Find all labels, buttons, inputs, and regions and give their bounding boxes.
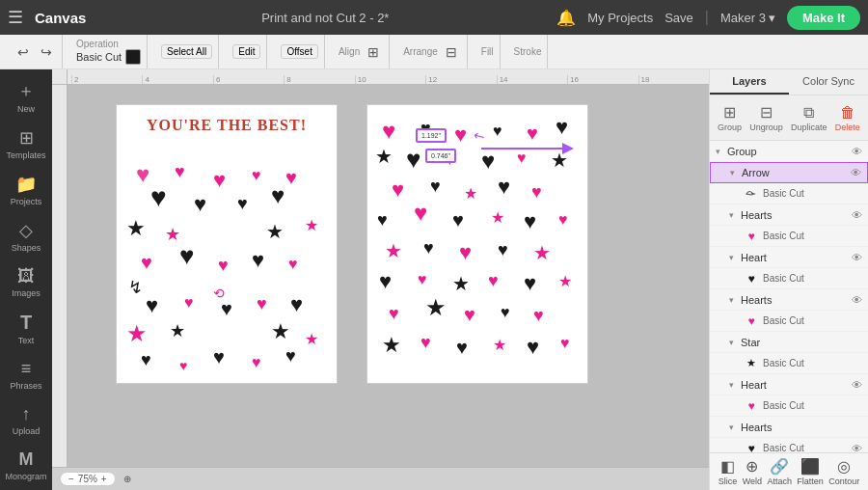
left-sidebar: ＋ New ⊞ Templates 📁 Projects ◇ Shapes 🖼 … (0, 69, 52, 490)
minus-icon[interactable]: − (68, 474, 74, 484)
layer-star[interactable]: ▾ Star (710, 332, 868, 353)
align-label: Align (339, 46, 360, 57)
my-projects-button[interactable]: My Projects (587, 11, 653, 25)
chevron-down-icon: ▾ (729, 295, 739, 305)
offset-button[interactable]: Offset (281, 44, 318, 59)
make-it-button[interactable]: Make It (787, 6, 860, 30)
layer-heart-1-cut[interactable]: ♥ Basic Cut (710, 268, 868, 289)
eye-icon[interactable]: 👁 (852, 443, 862, 453)
delete-icon: 🗑 (840, 104, 855, 122)
sidebar-item-text[interactable]: T Text (3, 306, 49, 351)
svg-text:★: ★ (266, 221, 284, 242)
new-icon: ＋ (17, 79, 35, 102)
sidebar-item-projects[interactable]: 📁 Projects (3, 168, 49, 212)
color-swatch[interactable] (125, 49, 141, 65)
toolbar-offset: Offset (275, 35, 325, 68)
layer-hearts-1[interactable]: ▾ Hearts 👁 (710, 204, 868, 226)
svg-text:★: ★ (558, 273, 572, 289)
flatten-button[interactable]: ⬛ Flatten (797, 457, 824, 486)
ungroup-tool[interactable]: ⊟ Ungroup (746, 101, 787, 134)
corner-box (52, 69, 68, 85)
slice-button[interactable]: ◧ Slice (719, 457, 738, 486)
eye-icon[interactable]: 👁 (852, 379, 862, 391)
sidebar-item-phrases[interactable]: ≡ Phrases (3, 353, 49, 396)
delete-tool[interactable]: 🗑 Delete (831, 102, 864, 134)
star-layer-icon: ★ (743, 357, 760, 370)
svg-text:♥: ♥ (392, 177, 404, 202)
svg-text:★: ★ (491, 209, 504, 226)
svg-text:♥: ♥ (213, 346, 225, 368)
app-title: Canvas (35, 10, 86, 26)
svg-text:♥: ♥ (464, 304, 475, 325)
sidebar-item-label: New (17, 104, 35, 114)
eye-icon[interactable]: 👁 (851, 167, 861, 178)
svg-text:♥: ♥ (141, 252, 152, 273)
align-icon[interactable]: ⊞ (364, 42, 383, 62)
sidebar-item-upload[interactable]: ↑ Upload (3, 398, 49, 442)
plus-icon[interactable]: + (101, 474, 107, 484)
bell-icon[interactable]: 🔔 (556, 9, 576, 27)
redo-button[interactable]: ↪ (37, 42, 56, 62)
sidebar-item-label: Text (18, 336, 35, 345)
eye-icon[interactable]: 👁 (852, 294, 862, 306)
layer-star-cut[interactable]: ★ Basic Cut (710, 353, 868, 374)
pattern-svg-1: ♥ ♥ ♥ ♥ ♥ ♥ ♥ ♥ ♥ ★ ★ (117, 144, 337, 383)
chevron-down-icon: ▾ (729, 210, 739, 220)
svg-text:♥: ♥ (531, 182, 542, 202)
tab-layers[interactable]: Layers (710, 69, 789, 95)
sidebar-item-images[interactable]: 🖼 Images (3, 260, 49, 304)
layer-hearts-3-cut[interactable]: ♥ Basic Cut 👁 (710, 438, 868, 452)
maker-selector[interactable]: Maker 3 ▾ (720, 11, 775, 25)
group-tool[interactable]: ⊞ Group (714, 101, 746, 134)
contour-button[interactable]: ◎ Contour (828, 457, 859, 486)
eye-icon[interactable]: 👁 (852, 252, 862, 263)
layer-hearts-1-cut[interactable]: ♥ Basic Cut (710, 226, 868, 247)
duplicate-tool[interactable]: ⧉ Duplicate (787, 102, 831, 134)
zoom-bar: − 75% + ⊕ (52, 467, 709, 490)
save-button[interactable]: Save (665, 11, 693, 25)
bottom-bar: ◧ Slice ⊕ Weld 🔗 Attach ⬛ Flatten ◎ Cont… (710, 452, 868, 490)
fit-icon[interactable]: ⊕ (123, 474, 131, 484)
layer-heart-2[interactable]: ▾ Heart 👁 (710, 374, 868, 395)
svg-text:♥: ♥ (389, 304, 399, 323)
attach-button[interactable]: 🔗 Attach (767, 457, 792, 486)
sidebar-item-templates[interactable]: ⊞ Templates (3, 122, 49, 166)
sidebar-item-shapes[interactable]: ◇ Shapes (3, 214, 49, 259)
layer-group-main[interactable]: ▾ Group 👁 (710, 141, 868, 162)
layer-hearts-2[interactable]: ▾ Hearts 👁 (710, 289, 868, 311)
svg-text:★: ★ (382, 333, 401, 357)
tab-color-sync[interactable]: Color Sync (789, 69, 868, 95)
layer-hearts-2-cut[interactable]: ♥ Basic Cut (710, 311, 868, 332)
layer-hearts-3[interactable]: ▾ Hearts (710, 417, 868, 438)
eye-icon[interactable]: 👁 (852, 146, 862, 157)
hamburger-icon[interactable]: ☰ (8, 7, 23, 28)
layer-heart-2-cut[interactable]: ♥ Basic Cut (710, 395, 868, 417)
zoom-control[interactable]: − 75% + (60, 472, 116, 486)
edit-button[interactable]: Edit (232, 44, 260, 59)
weld-button[interactable]: ⊕ Weld (743, 457, 762, 486)
arrange-icon[interactable]: ⊟ (442, 42, 461, 62)
select-all-button[interactable]: Select All (161, 44, 212, 59)
undo-button[interactable]: ↩ (14, 42, 33, 62)
svg-text:♥: ♥ (257, 294, 267, 313)
toolbar: ↩ ↪ Operation Basic Cut Select All Edit … (0, 35, 868, 69)
layer-heart-1[interactable]: ▾ Heart 👁 (710, 247, 868, 268)
layer-arrow-cut[interactable]: Basic Cut (710, 183, 868, 204)
svg-text:♥: ♥ (141, 350, 151, 369)
sidebar-item-monogram[interactable]: M Monogram (3, 444, 49, 487)
operation-value: Basic Cut (76, 51, 122, 63)
layer-arrow-group[interactable]: ▾ Arrow 👁 (710, 162, 868, 183)
svg-text:★: ★ (464, 185, 477, 202)
svg-text:♥: ♥ (498, 240, 508, 259)
weld-icon: ⊕ (746, 457, 758, 476)
svg-text:★: ★ (375, 146, 393, 167)
canvas-area[interactable]: YOU'RE THE BEST! ♥ ♥ ♥ ♥ ♥ ♥ ♥ (68, 85, 709, 467)
sidebar-item-new[interactable]: ＋ New (3, 73, 49, 120)
svg-text:♥: ♥ (288, 256, 298, 272)
svg-text:♥: ♥ (179, 358, 187, 373)
eye-icon[interactable]: 👁 (852, 209, 862, 221)
svg-text:★: ★ (305, 217, 318, 233)
chevron-down-icon: ▾ (729, 253, 739, 262)
sidebar-item-label: Images (12, 288, 41, 298)
images-icon: 🖼 (17, 266, 35, 286)
